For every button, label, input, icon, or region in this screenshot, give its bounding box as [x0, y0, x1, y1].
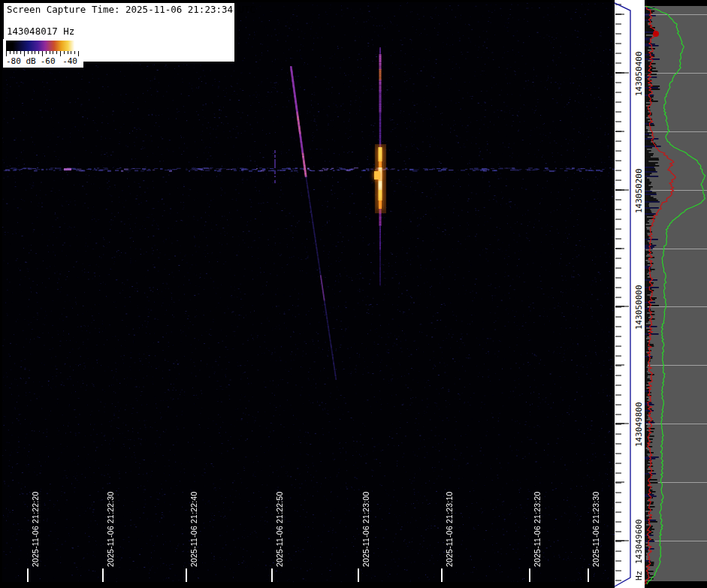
frequency-unit-label: Hz — [634, 571, 644, 580]
time-label: 2025-11-06 21:22:20 — [31, 491, 40, 567]
frequency-label: 143050200 — [634, 168, 644, 213]
spectrum-panel — [645, 0, 707, 588]
center-frequency-text: 143048017 Hz — [7, 26, 74, 37]
time-tick — [358, 568, 359, 582]
capture-time-text: Screen Capture Time: 2025-11-06 21:23:34… — [7, 4, 255, 15]
time-label: 2025-11-06 21:22:50 — [275, 491, 284, 567]
colorbar-max-label: -40 — [62, 56, 77, 66]
axis-bracket-line — [615, 3, 630, 586]
time-tick — [27, 568, 29, 582]
spectrum-canvas — [645, 0, 707, 588]
spectrogram-panel: Screen Capture Time: 2025-11-06 21:23:34… — [2, 2, 615, 582]
time-label: 2025-11-06 21:23:30 — [591, 491, 600, 567]
frequency-label: 143049600 — [634, 519, 644, 564]
colorbar-ruler — [6, 51, 79, 56]
frequency-label: 143049800 — [634, 402, 644, 447]
time-tick — [271, 568, 273, 582]
colorbar-mid-label: -60 — [41, 56, 56, 66]
time-tick — [102, 568, 104, 582]
time-label: 2025-11-06 21:22:30 — [106, 491, 115, 567]
spectrogram-canvas — [2, 2, 615, 582]
colorbar-gradient — [6, 41, 79, 51]
frequency-label: 143050000 — [634, 285, 644, 330]
time-tick — [529, 568, 530, 582]
time-tick — [441, 568, 443, 582]
colorbar: -80 dB -60 -40 — [3, 39, 83, 68]
time-tick — [588, 568, 589, 582]
colorbar-min-label: -80 dB — [6, 56, 36, 66]
app-window: Screen Capture Time: 2025-11-06 21:23:34… — [0, 0, 707, 588]
colorbar-labels: -80 dB -60 -40 — [6, 56, 79, 66]
frequency-label: 143050400 — [634, 51, 644, 96]
time-label: 2025-11-06 21:23:10 — [445, 491, 454, 567]
time-label: 2025-11-06 21:23:00 — [361, 491, 370, 567]
time-label: 2025-11-06 21:23:20 — [533, 491, 542, 567]
time-label: 2025-11-06 21:22:40 — [189, 491, 198, 567]
frequency-axis: 1430504001430502001430500001430498001430… — [615, 0, 645, 588]
time-tick — [186, 568, 187, 582]
